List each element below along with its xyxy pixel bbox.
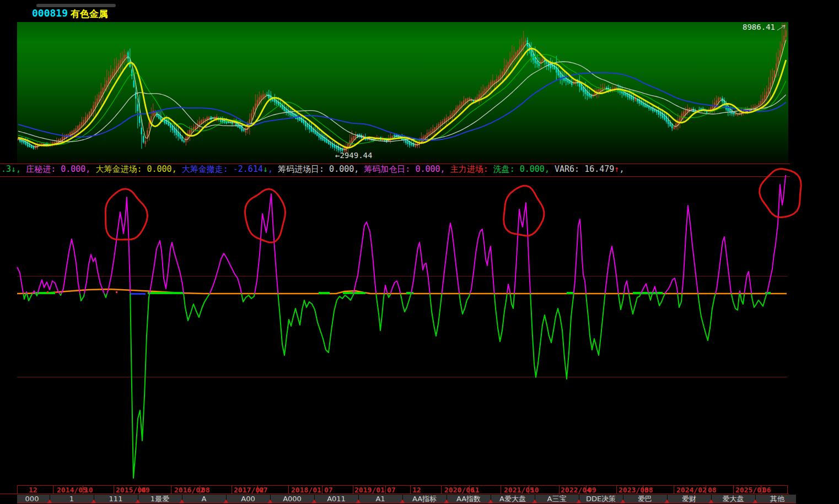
tab-marker-icon: [533, 500, 537, 503]
date-label: 2020/06: [444, 486, 475, 494]
indicator-row: .3↓, 庄秘进: 0.000, 大筹金进场: 0.000, 大筹金撤走: -2…: [0, 164, 790, 177]
price-low-label: ←2949.44: [335, 151, 372, 160]
tab-爱财[interactable]: 爱财: [682, 495, 696, 503]
date-label: 2019/01: [354, 486, 385, 494]
tab-A三宝[interactable]: A三宝: [547, 495, 567, 503]
annotation-circle: [504, 186, 544, 236]
date-label: 2016/02: [174, 486, 205, 494]
indicator-value: 洗盘: 0.000,: [493, 164, 555, 174]
indicator-value: 主力进场:: [450, 164, 493, 174]
date-label: 08: [201, 486, 210, 494]
date-label: 12: [412, 486, 421, 494]
date-label: 07: [259, 486, 268, 494]
indicator-value: 大筹金进场: 0.000,: [95, 164, 181, 174]
date-separator: [410, 485, 411, 494]
date-label: 2024/02: [676, 486, 707, 494]
price-high-label: 8986.41: [743, 23, 775, 31]
candlesticks: [18, 23, 787, 154]
oscillator-line-below: [17, 175, 786, 478]
tab-DDE决策[interactable]: DDE决策: [586, 495, 616, 503]
indicator-value: VAR6: 16.479: [555, 164, 614, 174]
date-separator: [501, 485, 501, 494]
tab-A00[interactable]: A00: [241, 495, 255, 503]
date-separator: [616, 485, 617, 494]
date-separator: [385, 485, 386, 494]
date-separator: [232, 485, 232, 494]
date-separator: [288, 485, 289, 494]
indicator-value: ,: [619, 164, 624, 174]
tab-marker-icon: [136, 500, 140, 503]
tab-000[interactable]: 000: [25, 495, 39, 503]
tab-marker-icon: [224, 500, 228, 503]
date-label: 10: [84, 486, 93, 494]
date-label: 08: [708, 486, 717, 494]
tab-A爱大盘[interactable]: A爱大盘: [499, 495, 526, 503]
date-label: 10: [530, 486, 539, 494]
tab-marker-icon: [92, 500, 96, 503]
date-label: 2018/01: [291, 486, 321, 494]
date-label: 2021/05: [504, 486, 534, 494]
tab-marker-icon: [488, 500, 493, 503]
date-label: 09: [588, 486, 596, 494]
date-separator: [114, 485, 114, 494]
tab-marker-icon: [577, 500, 581, 503]
title-bar: 000819 有色金属: [0, 0, 839, 20]
date-label: 09: [141, 486, 150, 494]
indicator-value: ↓: [263, 164, 268, 174]
date-label: 12: [29, 486, 37, 494]
trading-app-window: 000819 有色金属 8986.41 ←2949.44 .3↓, 庄秘进: 0…: [0, 0, 839, 504]
date-separator: [441, 485, 442, 494]
tab-其他[interactable]: 其他: [770, 495, 784, 503]
stock-code: 000819: [32, 7, 68, 19]
tab-A011[interactable]: A011: [327, 495, 346, 503]
tab-AA指标[interactable]: AA指标: [412, 495, 437, 503]
tab-bar: 00011111最爱AA00A000A011A1AA指标AA指数A爱大盘A三宝D…: [0, 495, 839, 504]
tab-A[interactable]: A: [202, 495, 207, 503]
date-label: 08: [644, 486, 653, 494]
tab-bar-background: [17, 495, 796, 503]
date-label: 2022/04: [561, 486, 591, 494]
date-separator: [353, 485, 353, 494]
date-label: 07: [324, 486, 333, 494]
indicator-value: 筹码加仓日: 0.000,: [364, 164, 450, 174]
tab-A1[interactable]: A1: [375, 495, 385, 503]
tab-marker-icon: [180, 500, 184, 503]
tab-111[interactable]: 111: [109, 495, 123, 503]
date-separator: [53, 485, 53, 494]
date-separator: [674, 485, 674, 494]
tab-AA指数[interactable]: AA指数: [456, 495, 481, 503]
tab-1[interactable]: 1: [69, 495, 74, 503]
date-separator: [733, 485, 734, 494]
indicator-value: ,: [268, 164, 278, 174]
date-label: 2025/01: [735, 486, 766, 494]
date-separator: [171, 485, 171, 494]
tab-marker-icon: [665, 500, 669, 503]
tab-marker-icon: [753, 500, 757, 503]
kline-chart-panel[interactable]: [17, 22, 788, 164]
tab-A000[interactable]: A000: [283, 495, 302, 503]
tab-bar-underline: [17, 503, 796, 503]
tab-marker-icon: [400, 500, 405, 503]
ma-lines: [18, 40, 786, 149]
tab-爱巴[interactable]: 爱巴: [638, 495, 652, 503]
date-separator: [787, 485, 788, 494]
stock-name: 有色金属: [71, 8, 108, 20]
annotation-circle: [245, 189, 285, 242]
date-separator: [559, 485, 560, 494]
tab-爱大盘[interactable]: 爱大盘: [723, 495, 744, 503]
tab-marker-icon: [312, 500, 316, 503]
date-label: 11: [471, 486, 480, 494]
tab-marker-icon: [268, 500, 272, 503]
tab-marker-icon: [356, 500, 361, 503]
date-separator: [17, 485, 18, 494]
annotation-circle: [105, 189, 147, 240]
kline-chart: [17, 22, 788, 164]
tab-1最爱[interactable]: 1最爱: [150, 495, 169, 503]
tab-marker-icon: [709, 500, 713, 503]
indicator-value: .3↓,: [1, 164, 26, 174]
indicator-value: 庄秘进: 0.000,: [26, 164, 95, 174]
date-label: 07: [387, 486, 396, 494]
indicator-value: 大筹金撤走: -2.614: [182, 164, 263, 174]
zero-line: [17, 289, 787, 294]
tab-marker-icon: [444, 500, 449, 503]
